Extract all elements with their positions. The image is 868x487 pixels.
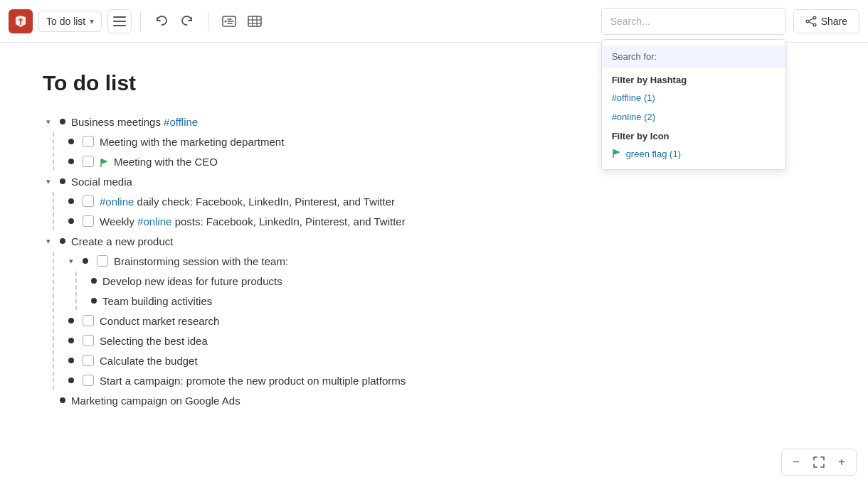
checkbox[interactable] (97, 255, 108, 267)
item-row-social-media: ▾ Social media (43, 172, 825, 191)
sub-list: ▾ Brainstorming session with the team: D… (43, 252, 825, 390)
svg-point-4 (225, 20, 227, 22)
svg-marker-20 (101, 159, 108, 164)
toggle-arrow[interactable]: ▾ (43, 117, 54, 127)
item-label: Create a new product (71, 235, 173, 247)
svg-point-15 (813, 16, 816, 19)
zoom-in-button[interactable]: + (832, 452, 852, 472)
svg-line-18 (808, 18, 813, 20)
green-flag-filter[interactable]: green flag (1) (602, 144, 785, 164)
list-item: Calculate the budget (65, 351, 825, 370)
bullet-icon (68, 318, 74, 323)
search-for-label: Search for: (602, 46, 785, 68)
list-item: ▾ Brainstorming session with the team: D… (65, 252, 825, 310)
item-label: Social media (71, 176, 132, 188)
bullet-icon (68, 358, 74, 363)
item-label: Marketing campaign on Google Ads (71, 395, 240, 407)
filter-icon-title: Filter by Icon (602, 127, 785, 144)
toggle-arrow[interactable]: ▾ (43, 237, 54, 246)
bullet-icon (91, 298, 97, 304)
hashtag-offline-filter[interactable]: #offline (1) (602, 88, 785, 107)
flag-icon (612, 149, 622, 159)
hashtag-online[interactable]: #online (100, 196, 134, 208)
item-row: Weekly #online posts: Facebook, LinkedIn… (65, 212, 825, 230)
list-item: Marketing campaign on Google Ads (43, 391, 825, 410)
list-item: Team building activities (88, 291, 825, 310)
list-item: Conduct market research (65, 311, 825, 330)
list-item: #online daily check: Facebook, LinkedIn,… (65, 192, 825, 210)
table-button[interactable] (243, 9, 267, 33)
search-dropdown: Search for: Filter by Hashtag #offline (… (601, 39, 786, 170)
toolbar-divider (140, 11, 141, 31)
toolbar-right: Search for: Filter by Hashtag #offline (… (601, 8, 859, 35)
item-label: Meeting with the CEO (114, 156, 218, 168)
embed-button[interactable] (217, 9, 241, 33)
bullet-icon (60, 238, 65, 244)
toolbar-divider-2 (208, 11, 208, 31)
checkbox[interactable] (83, 136, 94, 147)
toggle-arrow[interactable]: ▾ (65, 257, 77, 266)
checkbox[interactable] (83, 215, 94, 227)
doc-title-text: To do list (46, 16, 85, 27)
item-row: Selecting the best idea (65, 331, 825, 350)
search-input[interactable] (601, 8, 786, 35)
item-row: Start a campaign: promote the new produc… (65, 371, 825, 390)
item-row: Team building activities (88, 291, 825, 310)
filter-hashtag-title: Filter by Hashtag (602, 70, 785, 88)
doc-title-area[interactable]: To do list ▾ (38, 11, 102, 32)
item-label: Calculate the budget (100, 355, 198, 367)
zoom-fit-button[interactable] (809, 452, 829, 472)
list-item: Weekly #online posts: Facebook, LinkedIn… (65, 212, 825, 230)
bullet-icon (68, 378, 74, 383)
item-label: Weekly #online posts: Facebook, LinkedIn… (100, 215, 406, 228)
search-container: Search for: Filter by Hashtag #offline (… (601, 8, 786, 35)
item-row: Develop new ideas for future products (88, 272, 825, 290)
share-button[interactable]: Share (793, 9, 859, 33)
checkbox[interactable] (83, 156, 94, 167)
undo-button[interactable] (149, 9, 174, 33)
sub-sub-list: Develop new ideas for future products Te… (65, 272, 825, 310)
hashtag-online-2[interactable]: #online (137, 215, 171, 228)
list-item: ▾ Create a new product ▾ Brainstorming s… (43, 232, 825, 390)
item-row-brainstorming: ▾ Brainstorming session with the team: (65, 252, 825, 270)
item-row: #online daily check: Facebook, LinkedIn,… (65, 192, 825, 210)
history-controls (149, 9, 199, 33)
chevron-down-icon: ▾ (90, 16, 94, 26)
zoom-out-button[interactable]: − (786, 452, 806, 472)
svg-rect-2 (113, 25, 126, 26)
item-row-marketing: Marketing campaign on Google Ads (43, 391, 825, 410)
item-row: Conduct market research (65, 311, 825, 330)
checkbox[interactable] (83, 355, 94, 366)
sub-list: #online daily check: Facebook, LinkedIn,… (43, 192, 825, 230)
item-row-create-product: ▾ Create a new product (43, 232, 825, 250)
insert-controls (217, 9, 267, 33)
share-icon (805, 16, 817, 27)
checkbox[interactable] (83, 375, 94, 386)
hashtag-online-filter[interactable]: #online (2) (602, 107, 785, 127)
item-label: Selecting the best idea (100, 335, 208, 347)
item-label: Conduct market research (100, 315, 219, 327)
checkbox[interactable] (83, 335, 94, 346)
svg-rect-8 (248, 16, 261, 26)
list-item: Develop new ideas for future products (88, 272, 825, 290)
redo-button[interactable] (175, 9, 199, 33)
bullet-icon (83, 258, 88, 264)
bullet-icon (60, 119, 65, 124)
bullet-icon (68, 198, 74, 204)
bullet-icon (60, 397, 65, 403)
bullet-icon (91, 278, 97, 284)
item-label: #online daily check: Facebook, LinkedIn,… (100, 196, 395, 208)
toggle-arrow[interactable]: ▾ (43, 177, 54, 186)
bullet-icon (68, 218, 74, 224)
checkbox[interactable] (83, 196, 94, 207)
item-row-calculate-budget: Calculate the budget (65, 351, 825, 370)
svg-point-16 (813, 23, 816, 26)
menu-icon[interactable] (107, 9, 132, 33)
hashtag-offline[interactable]: #offline (164, 116, 198, 128)
list-item: Selecting the best idea (65, 331, 825, 350)
svg-point-17 (806, 20, 809, 23)
app-logo[interactable] (9, 9, 33, 33)
bullet-icon (60, 178, 65, 184)
checkbox[interactable] (83, 315, 94, 326)
fit-screen-icon (813, 456, 825, 469)
